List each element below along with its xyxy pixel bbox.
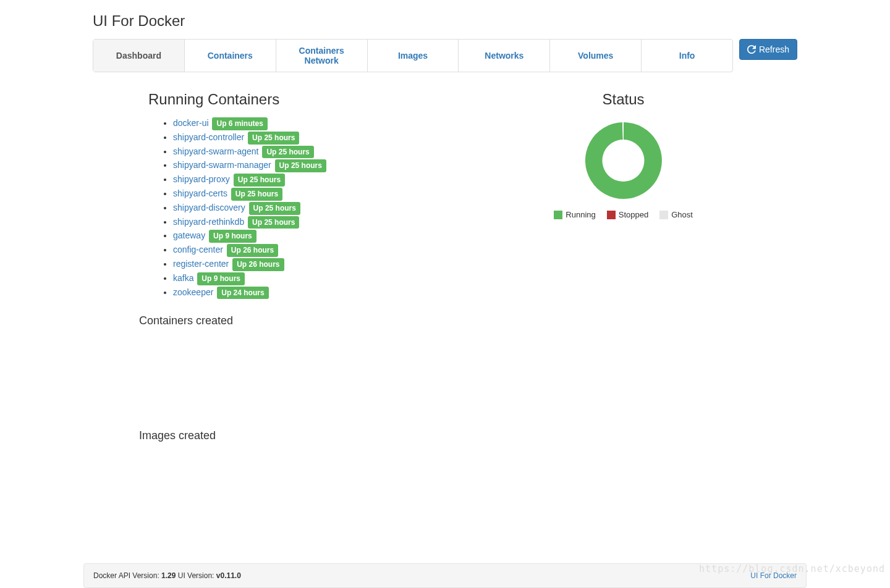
- status-badge: Up 25 hours: [262, 146, 313, 159]
- container-link[interactable]: register-center: [173, 259, 229, 269]
- list-item: docker-ui Up 6 minutes: [173, 117, 431, 130]
- list-item: shipyard-proxy Up 25 hours: [173, 174, 431, 187]
- list-item: kafka Up 9 hours: [173, 272, 431, 285]
- legend-swatch: [659, 211, 668, 219]
- status-badge: Up 25 hours: [248, 216, 299, 229]
- status-badge: Up 25 hours: [248, 132, 299, 145]
- container-link[interactable]: kafka: [173, 273, 193, 283]
- status-badge: Up 25 hours: [231, 188, 282, 201]
- container-link[interactable]: shipyard-controller: [173, 132, 244, 142]
- status-badge: Up 24 hours: [217, 287, 268, 300]
- list-item: register-center Up 26 hours: [173, 258, 431, 271]
- list-item: zookeeper Up 24 hours: [173, 287, 431, 300]
- legend-swatch: [554, 211, 562, 219]
- status-badge: Up 25 hours: [234, 174, 285, 187]
- status-title: Status: [449, 91, 797, 108]
- container-link[interactable]: docker-ui: [173, 118, 209, 128]
- refresh-icon: [747, 45, 756, 54]
- containers-created-title: Containers created: [139, 314, 431, 327]
- tab-networks[interactable]: Networks: [459, 40, 550, 72]
- container-link[interactable]: shipyard-rethinkdb: [173, 217, 244, 227]
- tab-containers[interactable]: Containers: [185, 40, 276, 72]
- container-link[interactable]: shipyard-proxy: [173, 174, 230, 184]
- container-list: docker-ui Up 6 minutesshipyard-controlle…: [148, 117, 431, 299]
- refresh-label: Refresh: [759, 44, 789, 54]
- running-containers-title: Running Containers: [148, 91, 431, 108]
- container-link[interactable]: config-center: [173, 245, 223, 254]
- page-title: UI For Docker: [93, 12, 797, 30]
- legend-swatch: [607, 211, 616, 219]
- chart-legend: RunningStoppedGhost: [554, 210, 693, 219]
- tab-dashboard[interactable]: Dashboard: [93, 40, 185, 72]
- status-badge: Up 26 hours: [227, 244, 278, 257]
- status-badge: Up 9 hours: [209, 230, 256, 243]
- container-link[interactable]: shipyard-certs: [173, 188, 227, 198]
- refresh-button[interactable]: Refresh: [739, 39, 797, 60]
- tab-info[interactable]: Info: [642, 40, 732, 72]
- container-link[interactable]: shipyard-swarm-manager: [173, 160, 271, 170]
- container-link[interactable]: shipyard-swarm-agent: [173, 146, 259, 156]
- container-link[interactable]: gateway: [173, 230, 205, 240]
- tab-images[interactable]: Images: [368, 40, 459, 72]
- status-badge: Up 9 hours: [197, 272, 245, 285]
- tab-volumes[interactable]: Volumes: [550, 40, 642, 72]
- nav-tabs: DashboardContainersContainers NetworkIma…: [93, 39, 733, 72]
- status-badge: Up 25 hours: [249, 202, 300, 215]
- tab-containers-network[interactable]: Containers Network: [276, 40, 368, 72]
- legend-item: Ghost: [659, 210, 693, 219]
- status-badge: Up 25 hours: [275, 159, 326, 172]
- list-item: shipyard-swarm-agent Up 25 hours: [173, 146, 431, 159]
- list-item: shipyard-certs Up 25 hours: [173, 188, 431, 201]
- list-item: shipyard-swarm-manager Up 25 hours: [173, 159, 431, 172]
- status-badge: Up 26 hours: [232, 258, 284, 271]
- container-link[interactable]: shipyard-discovery: [173, 203, 245, 212]
- list-item: gateway Up 9 hours: [173, 230, 431, 243]
- list-item: shipyard-controller Up 25 hours: [173, 132, 431, 145]
- legend-label: Ghost: [671, 210, 693, 219]
- status-badge: Up 6 minutes: [212, 117, 267, 130]
- legend-item: Stopped: [607, 210, 648, 219]
- legend-label: Stopped: [619, 210, 648, 219]
- images-created-title: Images created: [139, 429, 431, 442]
- list-item: shipyard-rethinkdb Up 25 hours: [173, 216, 431, 229]
- list-item: shipyard-discovery Up 25 hours: [173, 202, 431, 215]
- legend-label: Running: [566, 210, 595, 219]
- status-donut-chart: [574, 117, 673, 204]
- list-item: config-center Up 26 hours: [173, 244, 431, 257]
- container-link[interactable]: zookeeper: [173, 287, 213, 297]
- legend-item: Running: [554, 210, 595, 219]
